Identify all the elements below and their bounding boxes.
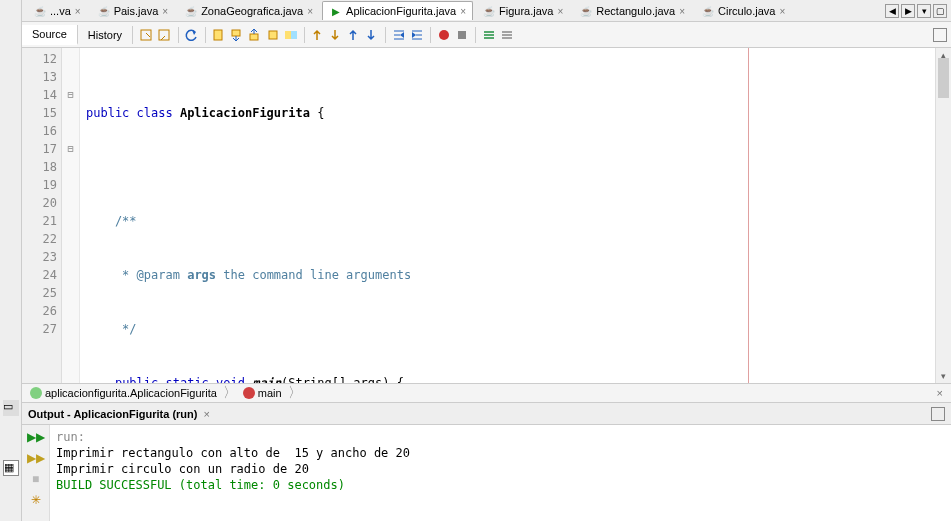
editor-tab[interactable]: ☕ZonaGeografica.java× [177, 1, 320, 20]
output-title: Output - AplicacionFigurita (run) [28, 408, 197, 420]
left-sidebar: ▭ ▦ [0, 0, 22, 521]
vertical-scrollbar[interactable]: ▴ ▾ [935, 48, 951, 383]
toolbar-prev-bookmark[interactable] [310, 27, 326, 43]
fold-marker [62, 50, 79, 68]
line-number: 13 [22, 68, 57, 86]
view-tab-source[interactable]: Source [22, 25, 78, 45]
tab-close-icon[interactable]: × [75, 6, 81, 17]
code-editor[interactable]: 12131415161718192021222324252627 ⊟⊟ publ… [22, 48, 951, 383]
tab-close-icon[interactable]: × [779, 6, 785, 17]
code-text [86, 158, 935, 176]
fold-marker [62, 104, 79, 122]
toolbar-uncomment[interactable] [499, 27, 515, 43]
line-number: 16 [22, 122, 57, 140]
fold-gutter[interactable]: ⊟⊟ [62, 48, 80, 383]
output-run-icon[interactable]: ▶▶ [27, 449, 45, 467]
line-number: 22 [22, 230, 57, 248]
line-number: 27 [22, 320, 57, 338]
toolbar-icon-undo[interactable] [184, 27, 200, 43]
tab-nav-prev[interactable]: ◀ [885, 4, 899, 18]
toolbar-icon-2[interactable] [157, 27, 173, 43]
java-file-icon: ☕ [701, 4, 715, 18]
tab-close-icon[interactable]: × [679, 6, 685, 17]
line-number: 24 [22, 266, 57, 284]
output-stop-icon[interactable]: ■ [27, 470, 45, 488]
editor-tab[interactable]: ☕...va× [26, 1, 88, 20]
code-text: args [187, 268, 216, 282]
fold-marker [62, 320, 79, 338]
fold-marker [62, 176, 79, 194]
fold-marker [62, 68, 79, 86]
svg-rect-9 [458, 31, 466, 39]
tab-close-icon[interactable]: × [162, 6, 168, 17]
fold-marker [62, 122, 79, 140]
fold-marker[interactable]: ⊟ [62, 140, 79, 158]
editor-tab[interactable]: ▶AplicacionFigurita.java× [322, 1, 473, 20]
output-settings-icon[interactable]: ✳ [27, 491, 45, 509]
svg-rect-0 [141, 30, 151, 40]
toolbar-find-next[interactable] [247, 27, 263, 43]
fold-marker [62, 266, 79, 284]
view-tab-history[interactable]: History [78, 26, 133, 44]
output-text[interactable]: run:Imprimir rectangulo con alto de 15 y… [50, 425, 951, 521]
line-number: 26 [22, 302, 57, 320]
output-maximize-icon[interactable] [931, 407, 945, 421]
editor-tab[interactable]: ☕Circulo.java× [694, 1, 792, 20]
code-text: (String[] args) { [281, 376, 404, 383]
line-number: 19 [22, 176, 57, 194]
tab-close-icon[interactable]: × [307, 6, 313, 17]
toolbar-next-error[interactable] [364, 27, 380, 43]
fold-marker [62, 248, 79, 266]
toolbar-next-bookmark[interactable] [328, 27, 344, 43]
chevron-right-icon: 〉 [223, 384, 237, 402]
tab-close-icon[interactable]: × [557, 6, 563, 17]
fold-marker [62, 284, 79, 302]
toolbar-macro-stop[interactable] [454, 27, 470, 43]
toolbar-shift-right[interactable] [409, 27, 425, 43]
fold-marker [62, 230, 79, 248]
breadcrumb-method[interactable]: main [239, 387, 286, 399]
fold-marker [62, 212, 79, 230]
breadcrumb-label: aplicacionfigurita.AplicacionFigurita [45, 387, 217, 399]
toolbar-macro-record[interactable] [436, 27, 452, 43]
code-text: */ [86, 322, 137, 336]
code-area[interactable]: public class AplicacionFigurita { /** * … [80, 48, 935, 383]
toolbar-bookmark[interactable] [283, 27, 299, 43]
toolbar-icon-1[interactable] [139, 27, 155, 43]
toolbar-prev-error[interactable] [346, 27, 362, 43]
editor-tab[interactable]: ☕Pais.java× [90, 1, 175, 20]
editor-tab[interactable]: ☕Figura.java× [475, 1, 570, 20]
toolbar-find-prev[interactable] [229, 27, 245, 43]
editor-tab[interactable]: ☕Rectangulo.java× [572, 1, 692, 20]
sidebar-icon-projects[interactable]: ▭ [3, 400, 19, 416]
toolbar-find-select[interactable] [211, 27, 227, 43]
tab-maximize[interactable]: ▢ [933, 4, 947, 18]
method-icon [243, 387, 255, 399]
tab-label: Figura.java [499, 5, 553, 17]
svg-rect-7 [291, 31, 297, 39]
code-text: * @param [86, 268, 187, 282]
line-number: 25 [22, 284, 57, 302]
scroll-thumb[interactable] [938, 58, 949, 98]
editor-maximize-icon[interactable] [933, 28, 947, 42]
output-toolbar: ▶▶ ▶▶ ■ ✳ [22, 425, 50, 521]
breadcrumb-class[interactable]: aplicacionfigurita.AplicacionFigurita [26, 387, 221, 399]
toolbar-shift-left[interactable] [391, 27, 407, 43]
fold-marker [62, 302, 79, 320]
tab-close-icon[interactable]: × [460, 6, 466, 17]
breadcrumb-close-icon[interactable]: × [933, 387, 947, 399]
toolbar-highlight[interactable] [265, 27, 281, 43]
output-rerun-icon[interactable]: ▶▶ [27, 428, 45, 446]
scroll-down-icon[interactable]: ▾ [936, 369, 951, 383]
tab-label: ...va [50, 5, 71, 17]
output-panel: ▶▶ ▶▶ ■ ✳ run:Imprimir rectangulo con al… [22, 425, 951, 521]
output-line: Imprimir rectangulo con alto de 15 y anc… [56, 445, 945, 461]
fold-marker[interactable]: ⊟ [62, 86, 79, 104]
tab-nav-list[interactable]: ▾ [917, 4, 931, 18]
svg-rect-4 [250, 34, 258, 40]
line-number: 17 [22, 140, 57, 158]
sidebar-icon-windows[interactable]: ▦ [3, 460, 19, 476]
tab-nav-next[interactable]: ▶ [901, 4, 915, 18]
output-close-icon[interactable]: × [203, 408, 209, 420]
toolbar-comment[interactable] [481, 27, 497, 43]
